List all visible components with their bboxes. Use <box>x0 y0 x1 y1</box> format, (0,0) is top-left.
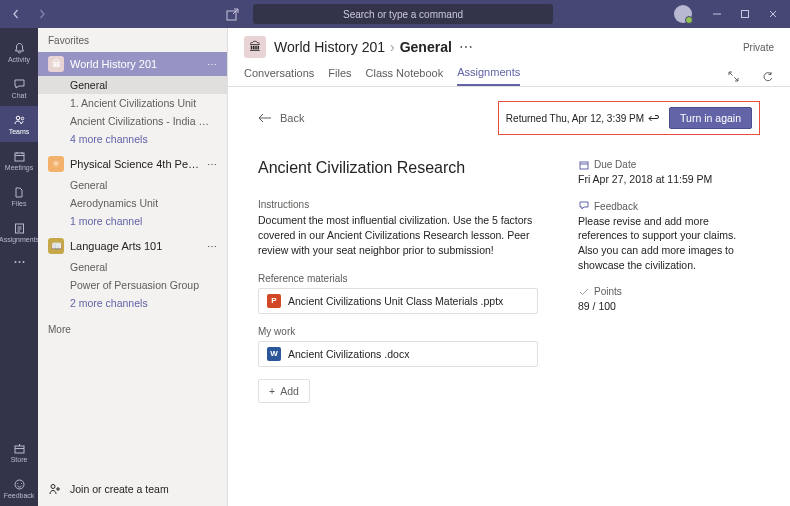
svg-point-11 <box>51 485 55 489</box>
channel-item[interactable]: Ancient Civilizations - India Group <box>38 112 227 130</box>
new-chat-icon[interactable] <box>223 5 241 23</box>
more-channels-link[interactable]: 4 more channels <box>38 130 227 148</box>
more-channels-link[interactable]: 2 more channels <box>38 294 227 312</box>
rail-feedback[interactable]: Feedback <box>0 470 38 506</box>
feedback-label: Feedback <box>594 201 638 212</box>
instructions-text: Document the most influential civilizati… <box>258 213 538 259</box>
svg-point-3 <box>21 117 24 120</box>
rail-files[interactable]: Files <box>0 178 38 214</box>
channel-more-button[interactable]: ⋯ <box>459 39 473 55</box>
svg-point-2 <box>16 116 20 120</box>
returned-status: Returned Thu, Apr 12, 3:39 PM <box>506 113 659 124</box>
teams-sidebar: Favorites 🏛World History 201⋯General1. A… <box>38 28 228 506</box>
back-button[interactable]: Back <box>258 112 304 124</box>
channel-item[interactable]: Power of Persuasion Group <box>38 276 227 294</box>
due-date: Fri Apr 27, 2018 at 11:59 PM <box>578 172 758 187</box>
join-create-label: Join or create a team <box>70 483 169 495</box>
channel-item[interactable]: General <box>38 76 227 94</box>
team-row[interactable]: 📖Language Arts 101⋯ <box>38 234 227 258</box>
assignment-detail: Back Returned Thu, Apr 12, 3:39 PM Turn … <box>228 87 790 506</box>
svg-rect-4 <box>15 153 24 161</box>
powerpoint-icon: P <box>267 294 281 308</box>
work-file-name: Ancient Civilizations .docx <box>288 348 409 360</box>
rail-teams[interactable]: Teams <box>0 106 38 142</box>
points-label: Points <box>594 286 622 297</box>
team-more-button[interactable]: ⋯ <box>207 241 217 252</box>
feedback-text: Please revise and add more references to… <box>578 214 758 273</box>
nav-back-button[interactable] <box>6 4 26 24</box>
team-row[interactable]: 🏛World History 201⋯ <box>38 52 227 76</box>
rail-store[interactable]: Store <box>0 434 38 470</box>
join-create-team-button[interactable]: Join or create a team <box>38 472 227 506</box>
team-more-button[interactable]: ⋯ <box>207 159 217 170</box>
svg-point-6 <box>14 261 16 263</box>
reference-file-name: Ancient Civilizations Unit Class Materia… <box>288 295 503 307</box>
user-avatar[interactable] <box>674 5 692 23</box>
points-value: 89 / 100 <box>578 299 758 314</box>
breadcrumb-team[interactable]: World History 201 <box>274 39 385 55</box>
rail-more[interactable] <box>0 250 38 274</box>
rail-label: Feedback <box>4 492 35 499</box>
channel-header: 🏛 World History 201 › General ⋯ Private … <box>228 28 790 87</box>
rail-meetings[interactable]: Meetings <box>0 142 38 178</box>
svg-rect-12 <box>580 162 588 169</box>
files-icon <box>12 185 26 199</box>
rail-activity[interactable]: Activity <box>0 34 38 70</box>
team-avatar-small: 📖 <box>48 238 64 254</box>
sidebar-more[interactable]: More <box>38 314 227 345</box>
chat-icon <box>12 77 26 91</box>
calendar-icon <box>578 159 589 170</box>
rail-label: Files <box>12 200 27 207</box>
channel-item[interactable]: General <box>38 176 227 194</box>
channel-item[interactable]: General <box>38 258 227 276</box>
channel-item[interactable]: 1. Ancient Civilizations Unit <box>38 94 227 112</box>
rail-assignments[interactable]: Assignments <box>0 214 38 250</box>
reference-file[interactable]: P Ancient Civilizations Unit Class Mater… <box>258 288 538 314</box>
window-minimize-button[interactable] <box>706 4 728 24</box>
check-icon <box>578 286 589 297</box>
mywork-label: My work <box>258 326 538 337</box>
search-input[interactable]: Search or type a command <box>253 4 553 24</box>
store-icon <box>12 441 26 455</box>
due-label: Due Date <box>594 159 636 170</box>
team-name: Language Arts 101 <box>70 240 201 252</box>
add-work-button[interactable]: + Add <box>258 379 310 403</box>
team-name: World History 201 <box>70 58 201 70</box>
breadcrumb-channel: General <box>400 39 452 55</box>
titlebar: Search or type a command <box>0 0 790 28</box>
nav-forward-button[interactable] <box>32 4 52 24</box>
tab-files[interactable]: Files <box>328 67 351 85</box>
sidebar-section-header: Favorites <box>38 28 227 50</box>
svg-point-7 <box>18 261 20 263</box>
team-row[interactable]: ⚛Physical Science 4th Period⋯ <box>38 152 227 176</box>
channel-item[interactable]: Aerodynamics Unit <box>38 194 227 212</box>
feedback-icon <box>12 477 26 491</box>
expand-icon[interactable] <box>726 69 740 83</box>
tab-class-notebook[interactable]: Class Notebook <box>366 67 444 85</box>
more-channels-link[interactable]: 1 more channel <box>38 212 227 230</box>
team-more-button[interactable]: ⋯ <box>207 59 217 70</box>
svg-point-8 <box>22 261 24 263</box>
returned-label: Returned Thu, Apr 12, 3:39 PM <box>506 113 644 124</box>
app-rail: Activity Chat Teams Meetings Files Assig… <box>0 28 38 506</box>
work-file[interactable]: W Ancient Civilizations .docx <box>258 341 538 367</box>
tab-assignments[interactable]: Assignments <box>457 66 520 86</box>
window-maximize-button[interactable] <box>734 4 756 24</box>
rail-chat[interactable]: Chat <box>0 70 38 106</box>
assignments-icon <box>12 221 26 235</box>
team-add-icon <box>48 482 62 496</box>
calendar-icon <box>12 149 26 163</box>
refresh-icon[interactable] <box>760 69 774 83</box>
back-label: Back <box>280 112 304 124</box>
team-avatar-small: ⚛ <box>48 156 64 172</box>
turn-in-button[interactable]: Turn in again <box>669 107 752 129</box>
rail-label: Activity <box>8 56 30 63</box>
return-arrow-icon <box>648 114 659 123</box>
plus-icon: + <box>269 385 275 397</box>
window-close-button[interactable] <box>762 4 784 24</box>
breadcrumb: World History 201 › General ⋯ <box>274 39 473 55</box>
tab-conversations[interactable]: Conversations <box>244 67 314 85</box>
teams-icon <box>12 113 26 127</box>
reference-label: Reference materials <box>258 273 538 284</box>
team-avatar: 🏛 <box>244 36 266 58</box>
